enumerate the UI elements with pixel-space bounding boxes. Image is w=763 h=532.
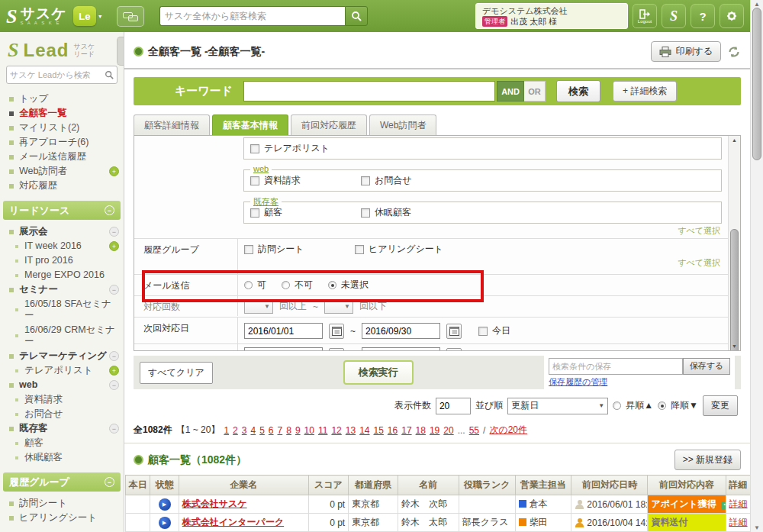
sidebar-item-exhibition[interactable]: 展示会− (0, 224, 124, 239)
expand-icon[interactable]: + (109, 241, 119, 251)
select-all-link-1[interactable]: すべて選択 (678, 226, 720, 235)
settings-button[interactable] (720, 4, 744, 28)
checkbox-dormant[interactable] (361, 208, 370, 218)
page-scrollbar[interactable]: ▲ ▼ (750, 0, 763, 532)
page-link[interactable]: 19 (430, 425, 439, 436)
checkbox-hearing-sheet[interactable] (355, 245, 364, 254)
sidebar-item-mail-history[interactable]: メール送信履歴 (0, 150, 124, 164)
page-link[interactable]: 18 (416, 425, 426, 436)
saaske-logo[interactable]: S サスケ S A A S K E (6, 7, 67, 25)
sidebar-item-re-approach[interactable]: 再アプローチ(6) (0, 135, 124, 150)
col-rank[interactable]: 役職ランク (459, 476, 515, 495)
collapse-icon[interactable]: − (109, 380, 119, 390)
refresh-icon[interactable] (727, 45, 741, 59)
register-date-from-input[interactable] (244, 347, 323, 351)
sidebar-item-it-pro[interactable]: IT pro 2016 (0, 253, 124, 268)
new-register-button[interactable]: >> 新規登録 (674, 450, 741, 470)
page-link[interactable]: 16 (388, 425, 398, 436)
keyword-input[interactable] (243, 81, 495, 102)
sidebar-item-response-history[interactable]: 対応履歴 (0, 179, 124, 193)
form-scrollbar-thumb[interactable] (730, 229, 739, 351)
page-link[interactable]: 2 (233, 425, 238, 436)
detail-link[interactable]: 詳細 (729, 498, 748, 509)
section-history-group[interactable]: 履歴グループ− (3, 472, 121, 492)
execute-search-button[interactable]: 検索実行 (343, 360, 414, 385)
col-today[interactable]: 本日 (126, 476, 150, 495)
sidebar-item-inquiry[interactable]: お問合せ (0, 407, 124, 421)
checkbox-doc-request[interactable] (250, 176, 259, 185)
sidebar-search-box[interactable] (6, 66, 118, 84)
radio-descending[interactable] (658, 401, 666, 410)
col-owner[interactable]: 営業主担当 (515, 476, 571, 495)
global-search-input[interactable] (159, 6, 345, 26)
scroll-down-icon[interactable]: ▼ (751, 524, 763, 531)
next-date-to-input[interactable] (362, 323, 440, 339)
page-link[interactable]: 5 (259, 425, 265, 436)
scroll-up-icon[interactable]: ▲ (751, 1, 763, 8)
collapse-icon[interactable]: − (109, 227, 119, 237)
sidebar-item-dormant[interactable]: 休眠顧客 (0, 450, 124, 465)
checkbox-customer[interactable] (250, 208, 259, 218)
sidebar-item-telemarketing[interactable]: テレマーケティング− (0, 349, 124, 363)
expand-icon[interactable]: + (109, 366, 119, 376)
clear-all-button[interactable]: すべてクリア (140, 362, 213, 384)
app-switch-caret-icon[interactable]: ▼ (98, 14, 103, 19)
manage-saved-link[interactable]: 保存履歴の管理 (549, 376, 607, 388)
col-name[interactable]: 名前 (398, 476, 459, 495)
page-link[interactable]: 12 (331, 425, 341, 436)
scroll-down-icon[interactable]: ▼ (729, 343, 740, 349)
help-button[interactable]: ? (691, 4, 715, 28)
page-link[interactable]: 20 (443, 425, 453, 436)
display-count-input[interactable] (436, 398, 471, 414)
page-link[interactable]: 8 (286, 425, 291, 436)
checkbox-teleapo-list[interactable] (250, 144, 259, 153)
next-pages-link[interactable]: 次の20件 (489, 424, 527, 437)
sidebar-search-input[interactable] (10, 70, 105, 79)
radio-ascending[interactable] (613, 401, 621, 410)
sidebar-item-teleapo-list[interactable]: テレアポリスト+ (0, 363, 124, 378)
collapse-icon[interactable]: − (109, 424, 119, 434)
select-all-link-2[interactable]: すべて選択 (678, 258, 720, 267)
col-detail[interactable]: 詳細 (726, 476, 750, 495)
register-date-to-input[interactable] (362, 347, 440, 351)
checkbox-visit-sheet[interactable] (244, 245, 253, 254)
calendar-icon[interactable] (446, 348, 462, 351)
sidebar-item-seminar[interactable]: セミナー− (0, 282, 124, 297)
form-scrollbar[interactable]: ▲ ▼ (728, 136, 740, 350)
sidebar-item-web[interactable]: web− (0, 378, 124, 392)
page-link[interactable]: 7 (278, 425, 283, 436)
sidebar-collapse-handle[interactable] (117, 37, 124, 66)
sidebar-item-top[interactable]: トップ (0, 92, 124, 106)
calendar-icon[interactable] (446, 324, 462, 339)
sort-order-select[interactable]: 更新日 ▼ (507, 398, 608, 414)
col-company[interactable]: 企業名 (179, 476, 308, 495)
lead-logo[interactable]: S Lead サスケ リード (0, 38, 124, 66)
col-last-datetime[interactable]: 前回対応日時 (571, 476, 648, 495)
global-search-button[interactable] (345, 6, 368, 26)
detail-link[interactable]: 詳細 (729, 517, 748, 527)
collapse-icon[interactable]: − (105, 477, 114, 487)
existing-legend[interactable]: 既存客 (250, 196, 282, 208)
col-status[interactable]: 状態 (150, 476, 179, 495)
expand-icon[interactable]: + (109, 166, 119, 176)
sidebar-item-all-customers[interactable]: 全顧客一覧 (0, 106, 124, 121)
save-button[interactable]: 保存する (683, 358, 730, 375)
page-link[interactable]: 13 (346, 425, 356, 436)
advanced-search-button[interactable]: + 詳細検索 (613, 81, 677, 102)
print-button[interactable]: 印刷する (651, 41, 721, 62)
saaske-home-button[interactable]: S (662, 4, 686, 28)
page-link[interactable]: 11 (318, 425, 327, 436)
page-link[interactable]: 17 (401, 425, 411, 436)
tab-last-response[interactable]: 前回対応履歴 (291, 114, 367, 135)
calendar-icon[interactable] (329, 324, 344, 339)
sidebar-item-sfa-seminar[interactable]: 16/05/18 SFAセミナー (0, 297, 124, 323)
keyword-search-button[interactable]: 検索 (556, 80, 600, 102)
company-link[interactable]: 株式会社インターパーク (182, 517, 284, 527)
radio-mail-ng[interactable] (282, 281, 290, 289)
col-last-content[interactable]: 前回対応内容 (648, 476, 726, 495)
checkbox-next-date-today[interactable] (478, 327, 488, 336)
count-min-select[interactable]: ▼ (244, 299, 273, 314)
or-toggle-button[interactable]: OR (524, 81, 546, 102)
radio-mail-ok[interactable] (244, 281, 253, 289)
tab-customer-basic[interactable]: 顧客基本情報 (212, 114, 288, 135)
